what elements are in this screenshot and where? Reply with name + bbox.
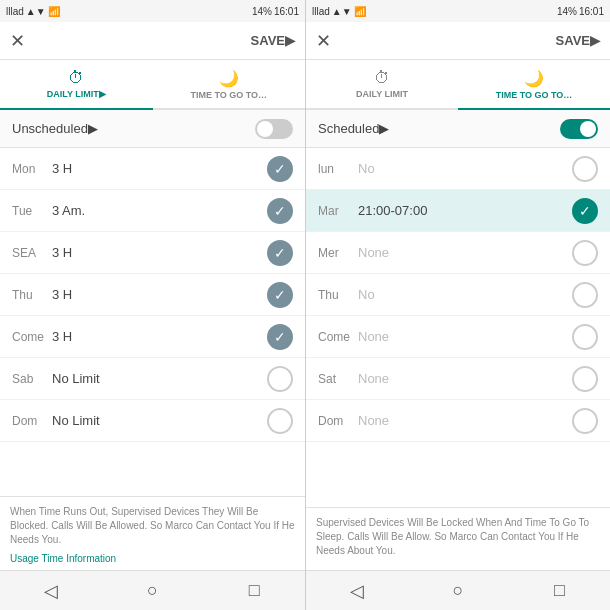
schedule-label-left: Unscheduled▶ [12,121,98,136]
tab-bar-right: ⏱ DAILY LIMIT 🌙 TIME TO GO TO… [306,60,610,110]
day-name: SEA [12,246,52,260]
close-button-left[interactable]: ✕ [10,30,25,52]
battery-right: 14% [557,6,577,17]
close-button-right[interactable]: ✕ [316,30,331,52]
back-button-left[interactable]: ◁ [33,573,69,609]
status-right: 14% 16:01 [252,6,299,17]
signal-icon-right: ▲▼ [332,6,352,17]
footer-link-right[interactable] [306,562,610,570]
table-row: Come 3 H [0,316,305,358]
battery-left: 14% [252,6,272,17]
day-list-left: Mon 3 H Tue 3 Am. SEA 3 H Thu 3 H Come 3… [0,148,305,496]
tab-time-to-go-label-right: TIME TO GO TO… [496,90,573,100]
schedule-toggle-left[interactable] [255,119,293,139]
day-check[interactable] [572,198,598,224]
timer-icon-right: ⏱ [374,69,390,87]
save-button-right[interactable]: SAVE▶ [556,33,600,48]
back-button-right[interactable]: ◁ [339,573,375,609]
table-row: Thu 3 H [0,274,305,316]
day-name: Thu [12,288,52,302]
day-value: 3 H [52,245,267,260]
schedule-row-left: Unscheduled▶ [0,110,305,148]
day-value: 3 Am. [52,203,267,218]
day-check[interactable] [572,408,598,434]
day-check[interactable] [267,408,293,434]
moon-icon-left: 🌙 [219,69,239,88]
day-check[interactable] [572,324,598,350]
day-name: Come [318,330,358,344]
timer-icon-left: ⏱ [68,69,84,87]
tab-bar-left: ⏱ DAILY LIMIT▶ 🌙 TIME TO GO TO… [0,60,305,110]
table-row: Thu No [306,274,610,316]
day-name: Dom [12,414,52,428]
table-row: Mar 21:00-07:00 [306,190,610,232]
day-value: No Limit [52,413,267,428]
day-value: 3 H [52,161,267,176]
table-row: Dom None [306,400,610,442]
table-row: SEA 3 H [0,232,305,274]
tab-time-to-go-left[interactable]: 🌙 TIME TO GO TO… [153,60,306,110]
recent-button-left[interactable]: □ [236,573,272,609]
bottom-nav-left: ◁ ○ □ [0,570,305,610]
schedule-toggle-right[interactable] [560,119,598,139]
tab-daily-limit-right[interactable]: ⏱ DAILY LIMIT [306,60,458,110]
day-value: None [358,413,572,428]
left-panel: lllad ▲▼ 📶 14% 16:01 ✕ SAVE▶ ⏱ DAILY LIM… [0,0,305,610]
tab-time-to-go-label-left: TIME TO GO TO… [190,90,267,100]
day-name: Thu [318,288,358,302]
day-list-right: lun No Mar 21:00-07:00 Mer None Thu No C… [306,148,610,507]
moon-icon-right: 🌙 [524,69,544,88]
day-value: 21:00-07:00 [358,203,572,218]
tab-daily-limit-label-left: DAILY LIMIT▶ [47,89,106,99]
home-button-right[interactable]: ○ [440,573,476,609]
tab-daily-limit-left[interactable]: ⏱ DAILY LIMIT▶ [0,60,153,110]
day-check[interactable] [572,240,598,266]
table-row: Sat None [306,358,610,400]
day-value: 3 H [52,287,267,302]
bottom-nav-right: ◁ ○ □ [306,570,610,610]
day-name: Tue [12,204,52,218]
signal-icon: ▲▼ [26,6,46,17]
day-check[interactable] [267,198,293,224]
save-button-left[interactable]: SAVE▶ [251,33,295,48]
day-name: Sab [12,372,52,386]
day-check[interactable] [267,366,293,392]
day-value: None [358,329,572,344]
status-right-right: 14% 16:01 [557,6,604,17]
day-value: No [358,287,572,302]
day-check[interactable] [572,366,598,392]
day-check[interactable] [267,282,293,308]
day-name: Mer [318,246,358,260]
status-left-right: lllad ▲▼ 📶 [312,6,366,17]
tab-time-to-go-right[interactable]: 🌙 TIME TO GO TO… [458,60,610,110]
table-row: Mer None [306,232,610,274]
table-row: Mon 3 H [0,148,305,190]
table-row: Come None [306,316,610,358]
day-check[interactable] [572,156,598,182]
day-check[interactable] [267,156,293,182]
schedule-row-right: Scheduled▶ [306,110,610,148]
footer-text-right: Supervised Devices Will Be Locked When A… [306,507,610,562]
table-row: Dom No Limit [0,400,305,442]
footer-link-left[interactable]: Usage Time Information [0,551,305,570]
recent-button-right[interactable]: □ [541,573,577,609]
top-bar-right: ✕ SAVE▶ [306,22,610,60]
day-name: lun [318,162,358,176]
time-left: 16:01 [274,6,299,17]
home-button-left[interactable]: ○ [134,573,170,609]
time-right: 16:01 [579,6,604,17]
footer-text-left: When Time Runs Out, Supervised Devices T… [0,496,305,551]
day-name: Sat [318,372,358,386]
carrier-right: lllad [312,6,330,17]
day-name: Dom [318,414,358,428]
day-value: None [358,371,572,386]
day-check[interactable] [267,324,293,350]
day-name: Mon [12,162,52,176]
day-check[interactable] [267,240,293,266]
day-check[interactable] [572,282,598,308]
top-bar-left: ✕ SAVE▶ [0,22,305,60]
status-bar-right: lllad ▲▼ 📶 14% 16:01 [306,0,610,22]
schedule-label-right: Scheduled▶ [318,121,389,136]
day-name: Come [12,330,52,344]
table-row: Sab No Limit [0,358,305,400]
